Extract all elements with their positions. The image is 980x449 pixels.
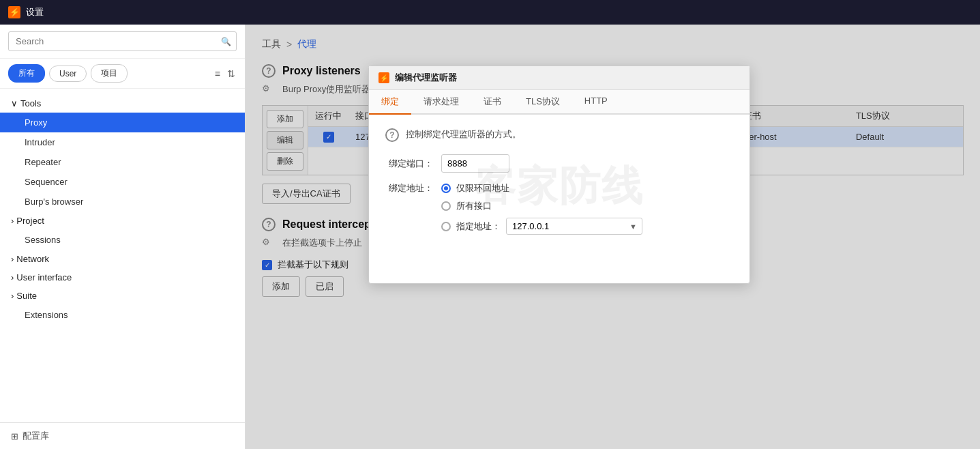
- chevron-down-icon: ∨: [11, 98, 18, 108]
- bind-address-options: 仅限环回地址 所有接口 指定地址：: [441, 182, 642, 235]
- filter-sort2-icon[interactable]: ⇅: [226, 67, 237, 81]
- dialog-title-icon: ⚡: [378, 72, 389, 83]
- sidebar-section-suite[interactable]: › Suite: [0, 287, 245, 305]
- bind-port-label: 绑定端口：: [385, 158, 433, 170]
- footer-db-icon: ⊞: [11, 431, 18, 441]
- radio-specific-row: 指定地址： 127.0.0.1 ▼: [441, 218, 642, 235]
- dialog-help-icon[interactable]: ?: [385, 128, 399, 142]
- dialog-tab-http[interactable]: HTTP: [572, 90, 620, 115]
- filter-bar: 所有 User 项目 ≡ ⇅: [0, 59, 245, 89]
- dialog-desc: ? 控制绑定代理监听器的方式。: [385, 128, 733, 142]
- footer-label: 配置库: [23, 430, 49, 442]
- filter-user-button[interactable]: User: [49, 66, 87, 82]
- filter-project-button[interactable]: 项目: [91, 64, 128, 83]
- bind-address-label: 绑定地址：: [385, 182, 433, 194]
- specific-address-wrapper: 127.0.0.1 ▼: [506, 218, 642, 235]
- radio-loopback-row: 仅限环回地址: [441, 182, 642, 194]
- sidebar-item-sequencer[interactable]: Sequencer: [0, 172, 245, 192]
- dialog-overlay: ⚡ 编辑代理监听器 绑定 请求处理 证书 TLS协议 HTTP 客家防线: [246, 25, 980, 449]
- title-bar: ⚡ 设置: [0, 0, 980, 25]
- search-icon: 🔍: [221, 37, 231, 46]
- user-interface-label: User interface: [16, 272, 72, 283]
- radio-all-row: 所有接口: [441, 200, 642, 212]
- radio-loopback-label: 仅限环回地址: [456, 182, 509, 194]
- dialog-tab-bind[interactable]: 绑定: [369, 90, 411, 115]
- chevron-right-icon-2: ›: [11, 254, 14, 264]
- bind-port-input[interactable]: [441, 154, 509, 173]
- app-icon: ⚡: [8, 6, 20, 18]
- sidebar-item-repeater[interactable]: Repeater: [0, 152, 245, 172]
- chevron-right-icon-3: ›: [11, 272, 14, 283]
- sidebar-section-project[interactable]: › Project: [0, 212, 245, 230]
- radio-all-label: 所有接口: [456, 200, 492, 212]
- dialog-body: 客家防线 ? 控制绑定代理监听器的方式。 绑定端口： 绑定地址：: [369, 115, 749, 258]
- dialog-description-text: 控制绑定代理监听器的方式。: [406, 128, 521, 141]
- main-layout: 🔍 所有 User 项目 ≡ ⇅ ∨ Tools Proxy Intruder …: [0, 25, 980, 449]
- specific-address-select[interactable]: 127.0.0.1: [506, 218, 642, 235]
- sidebar-item-proxy[interactable]: Proxy: [0, 113, 245, 132]
- dialog-tabs: 绑定 请求处理 证书 TLS协议 HTTP: [369, 90, 749, 115]
- radio-all[interactable]: [441, 201, 451, 211]
- radio-specific-label: 指定地址：: [456, 220, 501, 233]
- dialog-title-text: 编辑代理监听器: [395, 72, 457, 84]
- sidebar-item-sessions[interactable]: Sessions: [0, 230, 245, 250]
- filter-icons: ≡ ⇅: [213, 67, 237, 81]
- sidebar-section-user-interface[interactable]: › User interface: [0, 268, 245, 287]
- sidebar-nav: ∨ Tools Proxy Intruder Repeater Sequence…: [0, 89, 245, 422]
- bind-address-row: 绑定地址： 仅限环回地址 所有接口: [385, 182, 733, 235]
- radio-specific[interactable]: [441, 222, 451, 231]
- bind-port-row: 绑定端口：: [385, 154, 733, 173]
- chevron-right-icon-4: ›: [11, 291, 14, 301]
- dialog-title-bar: ⚡ 编辑代理监听器: [369, 66, 749, 90]
- sidebar-item-intruder[interactable]: Intruder: [0, 132, 245, 152]
- chevron-right-icon: ›: [11, 216, 14, 226]
- search-input[interactable]: [8, 31, 237, 51]
- content-area: 工具 > 代理 ? Proxy listeners ⚙ Burp Proxy使用…: [246, 25, 980, 449]
- sidebar-item-extensions[interactable]: Extensions: [0, 305, 245, 325]
- suite-label: Suite: [16, 291, 37, 301]
- radio-loopback[interactable]: [441, 184, 451, 193]
- filter-all-button[interactable]: 所有: [8, 64, 45, 83]
- search-bar-container: 🔍: [0, 25, 245, 59]
- project-label: Project: [16, 216, 44, 226]
- dialog-tab-tls[interactable]: TLS协议: [514, 90, 572, 115]
- sidebar-item-burps-browser[interactable]: Burp's browser: [0, 192, 245, 212]
- filter-sort-icon[interactable]: ≡: [213, 67, 222, 81]
- sidebar-section-network[interactable]: › Network: [0, 250, 245, 268]
- tools-label: Tools: [20, 98, 41, 108]
- sidebar: 🔍 所有 User 项目 ≡ ⇅ ∨ Tools Proxy Intruder …: [0, 25, 246, 449]
- edit-listener-dialog: ⚡ 编辑代理监听器 绑定 请求处理 证书 TLS协议 HTTP 客家防线: [368, 66, 750, 284]
- network-label: Network: [16, 254, 49, 264]
- dialog-tab-cert[interactable]: 证书: [471, 90, 514, 115]
- app-title: 设置: [26, 6, 44, 18]
- dialog-tab-request-handling[interactable]: 请求处理: [411, 90, 471, 115]
- sidebar-footer: ⊞ 配置库: [0, 422, 245, 449]
- sidebar-section-tools[interactable]: ∨ Tools: [0, 94, 245, 113]
